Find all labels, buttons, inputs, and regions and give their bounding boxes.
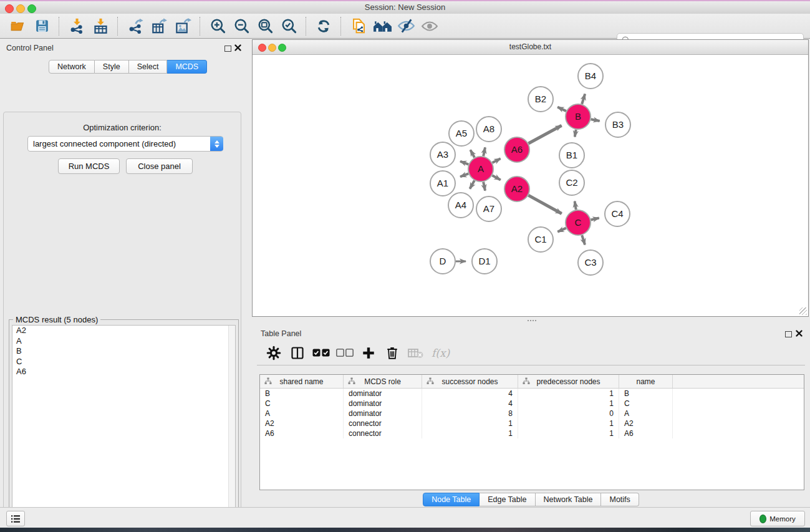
result-scrollbar[interactable] [228,326,235,532]
edge-A-A6[interactable] [493,158,501,163]
tab-motifs[interactable]: Motifs [601,493,639,506]
minimize-window-traffic-light[interactable] [16,4,25,13]
node-A1[interactable]: A1 [430,171,455,196]
column-header-successor-nodes[interactable]: successor nodes [422,375,518,388]
float-panel-icon[interactable] [224,46,231,52]
hide-selected-icon[interactable] [396,16,416,36]
zoom-out-icon[interactable] [231,16,251,36]
tab-network[interactable]: Network [49,60,95,74]
edge-A-A8[interactable] [483,147,485,156]
edge-A-A4[interactable] [470,180,474,188]
column-header-name[interactable]: name [619,375,673,388]
import-table-icon[interactable] [90,16,110,36]
edge-B-B3[interactable] [591,119,600,121]
show-panels-list-button[interactable] [6,511,25,526]
node-A2[interactable]: A2 [504,177,529,201]
table-row[interactable]: A2connector11A2 [260,418,804,428]
node-A4[interactable]: A4 [448,193,473,218]
open-session-icon[interactable] [8,16,28,36]
zoom-in-icon[interactable] [208,16,228,36]
tab-node-table[interactable]: Node Table [423,493,480,506]
node-C2[interactable]: C2 [559,170,584,195]
home-layout-icon[interactable] [372,16,392,36]
edge-C-C4[interactable] [591,218,599,220]
edge-A-A2[interactable] [492,175,500,180]
edge-B-B4[interactable] [582,94,585,104]
column-header-MCDS-role[interactable]: MCDS role [344,375,422,388]
close-table-panel-icon[interactable] [796,330,803,337]
network-canvas[interactable]: B4B2BB3A8A5A6A3B1AA1C2A2A4A7C4CC1C3DD1 [253,55,808,316]
column-header-predecessor-nodes[interactable]: predecessor nodes [518,375,619,388]
close-network-traffic-light[interactable] [258,44,266,52]
close-panel-icon[interactable] [234,44,241,51]
edge-B-B2[interactable] [557,107,566,111]
delete-table-icon[interactable] [407,344,425,362]
edge-A2-C[interactable] [528,195,561,213]
zoom-selected-icon[interactable] [279,16,299,36]
window-resize-grip[interactable] [799,307,807,315]
edge-A-A5[interactable] [470,150,475,157]
tab-network-table[interactable]: Network Table [536,493,602,506]
result-item[interactable]: A6 [12,367,235,377]
new-network-from-selection-icon[interactable] [349,16,369,36]
node-A6[interactable]: A6 [504,137,529,162]
minimize-network-traffic-light[interactable] [268,44,276,52]
node-B2[interactable]: B2 [528,87,553,112]
edge-C-C1[interactable] [557,228,566,232]
run-mcds-button[interactable]: Run MCDS [58,158,120,174]
result-item[interactable]: A2 [12,326,235,336]
table-row[interactable]: Cdominator41C [260,399,804,409]
edge-A-A1[interactable] [460,173,468,177]
node-C4[interactable]: C4 [605,201,630,226]
close-panel-button[interactable]: Close panel [126,158,193,174]
node-B4[interactable]: B4 [578,64,603,89]
edge-A-A3[interactable] [460,162,468,165]
zoom-window-traffic-light[interactable] [27,4,36,13]
tab-style[interactable]: Style [95,60,129,74]
horizontal-splitter-handle[interactable] [527,319,537,322]
save-session-icon[interactable] [32,16,52,36]
node-C[interactable]: C [566,210,591,235]
edge-B-B1[interactable] [575,130,576,137]
node-C1[interactable]: C1 [528,227,553,252]
network-window-titlebar[interactable]: testGlobe.txt [253,40,808,55]
node-B1[interactable]: B1 [559,143,584,168]
function-builder-icon[interactable]: f(x) [432,347,450,359]
add-column-icon[interactable] [359,344,378,362]
table-settings-gear-icon[interactable] [264,344,283,362]
show-all-icon[interactable] [420,16,440,36]
node-A5[interactable]: A5 [449,121,474,146]
export-network-icon[interactable] [125,16,145,36]
table-row[interactable]: Adominator80A [260,409,804,418]
result-item[interactable]: A [12,336,235,347]
tab-select[interactable]: Select [129,60,168,74]
zoom-fit-icon[interactable] [255,16,275,36]
column-header-shared-name[interactable]: shared name [260,375,344,388]
edge-C-C3[interactable] [582,235,585,244]
criterion-dropdown[interactable]: largest connected component (directed) [27,136,223,152]
node-A8[interactable]: A8 [476,117,501,142]
delete-column-trash-icon[interactable] [383,344,402,362]
import-network-icon[interactable] [67,16,87,36]
node-table[interactable]: shared nameMCDS rolesuccessor nodesprede… [259,374,804,490]
result-item[interactable]: C [12,357,235,367]
select-all-columns-icon[interactable] [312,344,330,362]
zoom-network-traffic-light[interactable] [278,44,286,52]
show-columns-icon[interactable] [288,344,307,362]
node-A7[interactable]: A7 [476,196,501,221]
result-item[interactable]: B [12,346,235,357]
refresh-icon[interactable] [314,16,334,36]
memory-button[interactable]: Memory [750,511,805,526]
node-C3[interactable]: C3 [578,250,603,275]
node-A[interactable]: A [468,157,493,181]
export-image-icon[interactable] [173,16,193,36]
node-B3[interactable]: B3 [605,112,630,137]
edge-A-A7[interactable] [483,182,485,191]
node-D1[interactable]: D1 [472,249,497,274]
tab-edge-table[interactable]: Edge Table [480,493,535,506]
graph-nodes[interactable]: B4B2BB3A8A5A6A3B1AA1C2A2A4A7C4CC1C3DD1 [430,64,630,275]
edge-A6-B[interactable] [528,125,561,143]
deselect-all-columns-icon[interactable] [335,344,354,362]
tab-mcds[interactable]: MCDS [167,60,207,74]
mcds-result-list[interactable]: A2ABCA6 [12,325,236,532]
